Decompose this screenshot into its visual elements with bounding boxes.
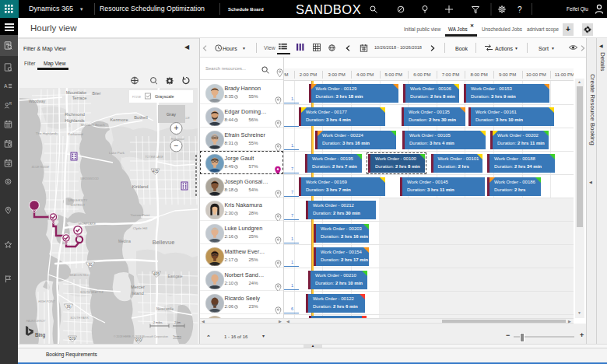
svg-text:2 km: 2 km <box>174 321 181 324</box>
svg-text:−: − <box>174 142 179 150</box>
svg-text:TOTEM LAKE: TOTEM LAKE <box>145 156 163 159</box>
svg-text:WEDGWOOD: WEDGWOOD <box>80 177 99 180</box>
svg-text:FITZGE: FITZGE <box>132 96 141 99</box>
svg-text:Kenmore: Kenmore <box>110 117 128 122</box>
svg-text:Eastgate: Eastgate <box>167 275 182 278</box>
svg-text:DISTRICT: DISTRICT <box>71 203 86 207</box>
svg-text:MONTLAKE: MONTLAKE <box>79 222 96 226</box>
svg-text:Clyde Hill: Clyde Hill <box>133 226 148 230</box>
svg-text:900: 900 <box>135 338 142 342</box>
svg-text:Gray: Gray <box>167 112 176 117</box>
svg-text:Newcastle: Newcastle <box>156 307 174 311</box>
svg-text:90: 90 <box>88 263 93 267</box>
svg-text:Island: Island <box>132 291 143 296</box>
svg-text:Bothell: Bothell <box>134 115 148 120</box>
svg-text:SOUTH SEATTLE: SOUTH SEATTLE <box>80 291 104 294</box>
svg-text:© 2018 HERE, © 2018 Microsoft: © 2018 HERE, © 2018 Microsoft Corporatio… <box>114 335 168 338</box>
svg-text:99: 99 <box>66 305 71 309</box>
svg-text:UNIVERSITY: UNIVERSITY <box>68 198 88 202</box>
svg-text:?: ? <box>518 5 522 14</box>
svg-text:Mountlake: Mountlake <box>66 90 86 95</box>
svg-text:BEACON HILL: BEACON HILL <box>70 274 89 277</box>
svg-text:HIGH POINT: HIGH POINT <box>38 300 55 303</box>
svg-text:Richmond: Richmond <box>65 112 85 117</box>
svg-text:BLUE RIDGE: BLUE RIDGE <box>32 166 50 169</box>
svg-text:405: 405 <box>153 170 159 173</box>
svg-text:Medina: Medina <box>118 240 131 243</box>
svg-text:509: 509 <box>69 337 75 341</box>
svg-text:Woodway: Woodway <box>29 100 46 103</box>
svg-text:Brier: Brier <box>92 91 100 96</box>
svg-text:Bellevue: Bellevue <box>153 239 175 246</box>
svg-text:2 miles: 2 miles <box>153 321 163 324</box>
svg-text:Mercer: Mercer <box>131 285 145 289</box>
svg-text:R: R <box>9 102 12 106</box>
svg-text:A: A <box>4 83 8 89</box>
svg-text:Parkwood: Parkwood <box>68 132 83 136</box>
svg-text:The Highlands: The Highlands <box>36 131 58 135</box>
svg-text:Sheridan Beach: Sheridan Beach <box>80 123 105 127</box>
svg-text:FAUNTLEROY: FAUNTLEROY <box>26 320 46 323</box>
svg-text:Kirkland: Kirkland <box>132 184 149 189</box>
svg-text:Bing: Bing <box>35 332 46 338</box>
svg-text:Terms: Terms <box>173 334 181 338</box>
svg-text:Terrace: Terrace <box>72 96 86 100</box>
svg-text:Lake Park: Lake Park <box>109 151 125 155</box>
svg-text:Grayscale: Grayscale <box>155 94 174 99</box>
svg-text:+: + <box>174 124 179 132</box>
svg-text:SOUTH PARK: SOUTH PARK <box>70 317 89 320</box>
svg-text:405: 405 <box>153 272 160 276</box>
svg-text:Yarrow Point: Yarrow Point <box>131 213 151 217</box>
